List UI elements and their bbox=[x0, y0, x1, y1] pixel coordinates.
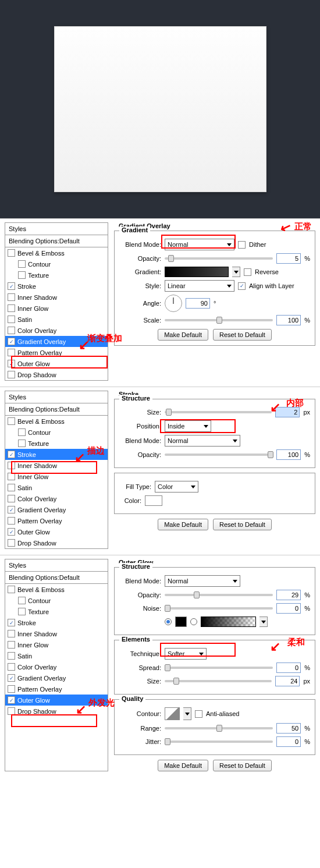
checkbox-checked[interactable]: ✓ bbox=[8, 506, 15, 513]
style-contour[interactable]: Contour bbox=[5, 595, 108, 606]
checkbox[interactable] bbox=[8, 539, 15, 547]
reset-default-button[interactable]: Reset to Default bbox=[213, 760, 272, 771]
gradient-radio[interactable] bbox=[190, 618, 197, 625]
checkbox[interactable] bbox=[8, 586, 15, 593]
checkbox[interactable] bbox=[18, 271, 26, 279]
style-inner-shadow[interactable]: Inner Shadow bbox=[5, 292, 108, 303]
glow-gradient-swatch[interactable] bbox=[201, 617, 256, 627]
style-gradient-overlay[interactable]: ✓Gradient Overlay bbox=[5, 504, 108, 515]
checkbox[interactable] bbox=[8, 349, 15, 356]
checkbox[interactable] bbox=[8, 462, 15, 469]
angle-input[interactable]: 90 bbox=[186, 298, 210, 309]
reset-default-button[interactable]: Reset to Default bbox=[213, 519, 272, 530]
style-color-overlay[interactable]: Color Overlay bbox=[5, 661, 108, 672]
blending-options-row[interactable]: Blending Options:Default bbox=[5, 403, 108, 416]
gradient-swatch[interactable] bbox=[165, 267, 229, 277]
style-inner-glow[interactable]: Inner Glow bbox=[5, 471, 108, 482]
checkbox-checked[interactable]: ✓ bbox=[8, 282, 15, 290]
checkbox[interactable] bbox=[18, 428, 26, 436]
reset-default-button[interactable]: Reset to Default bbox=[213, 329, 272, 341]
contour-swatch[interactable] bbox=[165, 707, 180, 720]
size-slider[interactable] bbox=[165, 411, 272, 413]
blend-mode-select[interactable]: Normal bbox=[165, 435, 240, 447]
blending-options-row[interactable]: Blending Options:Default bbox=[5, 235, 108, 247]
opacity-input[interactable]: 100 bbox=[276, 449, 301, 460]
checkbox[interactable] bbox=[8, 371, 15, 378]
style-bevel[interactable]: Bevel & Emboss bbox=[5, 247, 108, 258]
checkbox[interactable] bbox=[8, 249, 15, 257]
checkbox[interactable] bbox=[18, 440, 26, 447]
opacity-slider[interactable] bbox=[165, 454, 273, 456]
style-stroke[interactable]: ✓Stroke bbox=[5, 281, 108, 292]
style-contour[interactable]: Contour bbox=[5, 258, 108, 270]
checkbox[interactable] bbox=[8, 652, 15, 660]
style-gradient-overlay[interactable]: ✓Gradient Overlay bbox=[5, 672, 108, 683]
gradient-picker-icon[interactable] bbox=[259, 617, 268, 627]
checkbox[interactable] bbox=[18, 260, 26, 268]
checkbox-checked[interactable]: ✓ bbox=[8, 674, 15, 682]
size-input[interactable]: 24 bbox=[275, 676, 300, 686]
jitter-input[interactable]: 0 bbox=[276, 736, 301, 747]
style-inner-glow[interactable]: Inner Glow bbox=[5, 639, 108, 650]
jitter-slider[interactable] bbox=[165, 741, 273, 743]
checkbox[interactable] bbox=[8, 630, 15, 637]
color-radio[interactable] bbox=[165, 618, 172, 625]
checkbox-checked[interactable]: ✓ bbox=[8, 338, 15, 345]
blend-mode-select[interactable]: Normal bbox=[165, 575, 240, 587]
gradient-picker-icon[interactable] bbox=[232, 267, 240, 277]
make-default-button[interactable]: Make Default bbox=[158, 760, 208, 771]
color-swatch[interactable] bbox=[145, 495, 162, 506]
scale-slider[interactable] bbox=[165, 319, 273, 321]
size-slider[interactable] bbox=[165, 680, 272, 682]
style-contour[interactable]: Contour bbox=[5, 427, 108, 438]
dither-checkbox[interactable] bbox=[238, 241, 246, 249]
checkbox[interactable] bbox=[8, 685, 15, 693]
style-texture[interactable]: Texture bbox=[5, 606, 108, 617]
checkbox[interactable] bbox=[8, 517, 15, 525]
checkbox[interactable] bbox=[18, 608, 26, 615]
style-satin[interactable]: Satin bbox=[5, 314, 108, 325]
style-satin[interactable]: Satin bbox=[5, 482, 108, 493]
style-satin[interactable]: Satin bbox=[5, 650, 108, 661]
style-inner-shadow[interactable]: Inner Shadow bbox=[5, 628, 108, 639]
style-pattern-overlay[interactable]: Pattern Overlay bbox=[5, 347, 108, 358]
checkbox-checked[interactable]: ✓ bbox=[8, 360, 15, 367]
noise-input[interactable]: 0 bbox=[276, 603, 301, 614]
checkbox[interactable] bbox=[8, 293, 15, 301]
position-select[interactable]: Inside bbox=[165, 420, 211, 432]
checkbox[interactable] bbox=[8, 327, 15, 334]
opacity-input[interactable]: 5 bbox=[276, 253, 301, 264]
checkbox-checked[interactable]: ✓ bbox=[8, 451, 15, 458]
checkbox[interactable] bbox=[8, 663, 15, 671]
checkbox[interactable] bbox=[8, 641, 15, 649]
noise-slider[interactable] bbox=[165, 607, 273, 610]
checkbox[interactable] bbox=[8, 417, 15, 425]
make-default-button[interactable]: Make Default bbox=[158, 329, 208, 341]
checkbox-checked[interactable]: ✓ bbox=[8, 696, 15, 704]
style-drop-shadow[interactable]: Drop Shadow bbox=[5, 369, 108, 380]
opacity-slider[interactable] bbox=[165, 257, 273, 260]
scale-input[interactable]: 100 bbox=[276, 315, 301, 325]
range-input[interactable]: 50 bbox=[276, 723, 301, 734]
style-bevel[interactable]: Bevel & Emboss bbox=[5, 584, 108, 595]
fill-type-select[interactable]: Color bbox=[155, 481, 198, 493]
style-stroke[interactable]: ✓Stroke bbox=[5, 617, 108, 628]
checkbox[interactable] bbox=[8, 495, 15, 502]
angle-dial[interactable] bbox=[165, 295, 182, 312]
checkbox[interactable] bbox=[18, 597, 26, 604]
checkbox-checked[interactable]: ✓ bbox=[8, 528, 15, 536]
blending-options-row[interactable]: Blending Options:Default bbox=[5, 572, 108, 584]
opacity-slider[interactable] bbox=[165, 594, 273, 596]
spread-slider[interactable] bbox=[165, 667, 273, 669]
checkbox[interactable] bbox=[8, 304, 15, 312]
style-pattern-overlay[interactable]: Pattern Overlay bbox=[5, 515, 108, 526]
style-color-overlay[interactable]: Color Overlay bbox=[5, 493, 108, 504]
reverse-checkbox[interactable] bbox=[244, 268, 251, 276]
style-texture[interactable]: Texture bbox=[5, 270, 108, 281]
make-default-button[interactable]: Make Default bbox=[158, 519, 208, 530]
style-inner-glow[interactable]: Inner Glow bbox=[5, 303, 108, 314]
style-bevel[interactable]: Bevel & Emboss bbox=[5, 416, 108, 427]
checkbox-checked[interactable]: ✓ bbox=[8, 619, 15, 626]
checkbox[interactable] bbox=[8, 484, 15, 491]
checkbox[interactable] bbox=[8, 707, 15, 715]
